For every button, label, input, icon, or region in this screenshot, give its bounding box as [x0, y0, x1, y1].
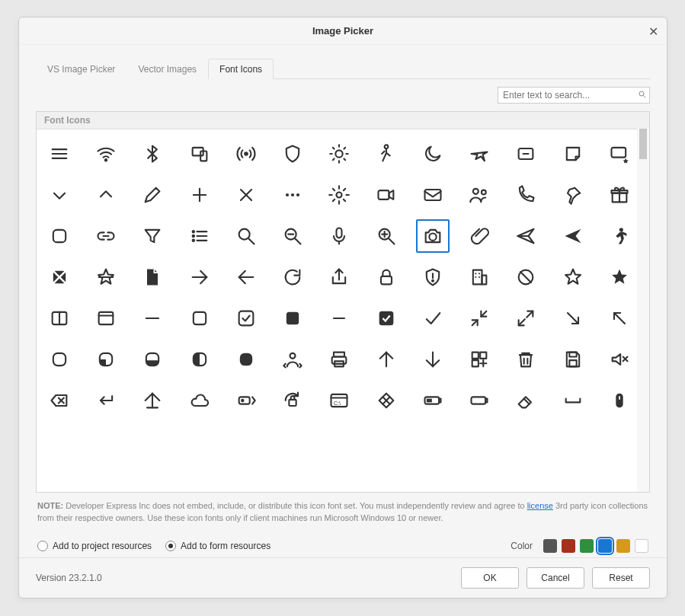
monitor-star-icon[interactable]: [603, 137, 636, 171]
edit-pen-icon[interactable]: [136, 178, 169, 212]
send-filled-icon[interactable]: [556, 219, 590, 253]
diag-up-icon[interactable]: [603, 302, 636, 335]
rounded-square-icon[interactable]: [43, 219, 76, 253]
menu-icon[interactable]: [43, 137, 76, 171]
round-corner-bl-icon[interactable]: [89, 343, 123, 376]
ok-button[interactable]: OK: [461, 567, 519, 589]
mail-icon[interactable]: [416, 178, 450, 212]
color-swatch-4[interactable]: [616, 539, 630, 553]
eraser-icon[interactable]: [509, 384, 543, 417]
rect-minus-icon[interactable]: [509, 137, 543, 171]
wifi-icon[interactable]: [89, 137, 123, 171]
license-link[interactable]: license: [527, 501, 553, 510]
gift-icon[interactable]: [603, 178, 636, 212]
shield-alert-icon[interactable]: [416, 260, 450, 294]
mouse-icon[interactable]: [603, 384, 636, 417]
grid-block-icon[interactable]: [43, 260, 76, 294]
backspace-icon[interactable]: [43, 384, 76, 417]
checkbox-icon[interactable]: [229, 302, 263, 335]
radio-project-resources[interactable]: Add to project resources: [37, 541, 152, 551]
bluetooth-icon[interactable]: [136, 137, 169, 171]
user-sync-icon[interactable]: [276, 343, 309, 376]
note-icon[interactable]: [556, 137, 590, 171]
link-icon[interactable]: [89, 219, 123, 253]
brightness-icon[interactable]: [322, 137, 356, 171]
tab-vs[interactable]: VS Image Picker: [36, 59, 126, 79]
chevron-up-icon[interactable]: [89, 178, 123, 212]
video-icon[interactable]: [370, 178, 403, 212]
cancel-circle-icon[interactable]: [509, 260, 543, 294]
save-icon[interactable]: [556, 343, 590, 376]
attach-icon[interactable]: [463, 219, 496, 253]
battery-full-icon[interactable]: [463, 384, 496, 417]
zoom-out-icon[interactable]: [276, 219, 309, 253]
apps-icon[interactable]: [463, 343, 496, 376]
cloud-icon[interactable]: [183, 384, 216, 417]
target-icon[interactable]: [370, 384, 403, 417]
color-swatch-0[interactable]: [543, 539, 557, 553]
square-outline-icon[interactable]: [183, 302, 216, 335]
mic-icon[interactable]: [322, 219, 356, 253]
people-icon[interactable]: [463, 178, 496, 212]
diag-down-icon[interactable]: [556, 302, 590, 335]
plus-icon[interactable]: [183, 178, 216, 212]
window-icon[interactable]: [89, 302, 123, 335]
moon-icon[interactable]: [416, 137, 450, 171]
search-icon[interactable]: [229, 219, 263, 253]
filter-icon[interactable]: [136, 219, 169, 253]
return-icon[interactable]: [89, 384, 123, 417]
round-outline-icon[interactable]: [43, 343, 76, 376]
scrollbar[interactable]: [637, 129, 649, 492]
airplane-icon[interactable]: [463, 137, 496, 171]
more-dots-icon[interactable]: [276, 178, 309, 212]
search-input[interactable]: [498, 87, 650, 104]
check-icon[interactable]: [416, 302, 450, 335]
terminal-icon[interactable]: C:\: [322, 384, 356, 417]
arrow-right-icon[interactable]: [183, 260, 216, 294]
zoom-in-icon[interactable]: [370, 219, 403, 253]
color-swatch-1[interactable]: [562, 539, 575, 553]
arrow-down-icon[interactable]: [416, 343, 450, 376]
walk-icon[interactable]: [370, 137, 403, 171]
home-upload-icon[interactable]: [136, 384, 169, 417]
lock-rotate-icon[interactable]: [276, 384, 309, 417]
cancel-button[interactable]: Cancel: [527, 567, 584, 589]
lock-icon[interactable]: [370, 260, 403, 294]
camera-icon[interactable]: [416, 219, 450, 253]
color-swatch-3[interactable]: [598, 539, 612, 553]
run-person-icon[interactable]: [603, 219, 636, 253]
trash-icon[interactable]: [509, 343, 543, 376]
color-swatch-2[interactable]: [580, 539, 594, 553]
half-star-icon[interactable]: [89, 260, 123, 294]
mute-icon[interactable]: [603, 343, 636, 376]
square-filled-icon[interactable]: [276, 302, 309, 335]
print-icon[interactable]: [322, 343, 356, 376]
spacebar-icon[interactable]: [556, 384, 590, 417]
expand-icon[interactable]: [509, 302, 543, 335]
phone-icon[interactable]: [509, 178, 543, 212]
list-icon[interactable]: [183, 219, 216, 253]
round-half-dark-icon[interactable]: [183, 343, 216, 376]
building-icon[interactable]: [463, 260, 496, 294]
card-eject-icon[interactable]: [229, 384, 263, 417]
color-swatch-5[interactable]: [635, 539, 648, 553]
refresh-icon[interactable]: [276, 260, 309, 294]
check-filled-icon[interactable]: [370, 302, 403, 335]
battery-half-icon[interactable]: [416, 384, 450, 417]
devices-icon[interactable]: [183, 137, 216, 171]
document-icon[interactable]: [136, 260, 169, 294]
send-outline-icon[interactable]: [509, 219, 543, 253]
broadcast-icon[interactable]: [229, 137, 263, 171]
shield-icon[interactable]: [276, 137, 309, 171]
settings-gear-icon[interactable]: [322, 178, 356, 212]
star-outline-icon[interactable]: [556, 260, 590, 294]
pin-icon[interactable]: [556, 178, 590, 212]
minus-icon[interactable]: [136, 302, 169, 335]
arrow-left-icon[interactable]: [229, 260, 263, 294]
split-vert-icon[interactable]: [43, 302, 76, 335]
tab-vector[interactable]: Vector Images: [126, 59, 208, 79]
minus-thin-icon[interactable]: [322, 302, 356, 335]
tab-font[interactable]: Font Icons: [208, 59, 274, 79]
round-half-icon[interactable]: [136, 343, 169, 376]
share-icon[interactable]: [322, 260, 356, 294]
